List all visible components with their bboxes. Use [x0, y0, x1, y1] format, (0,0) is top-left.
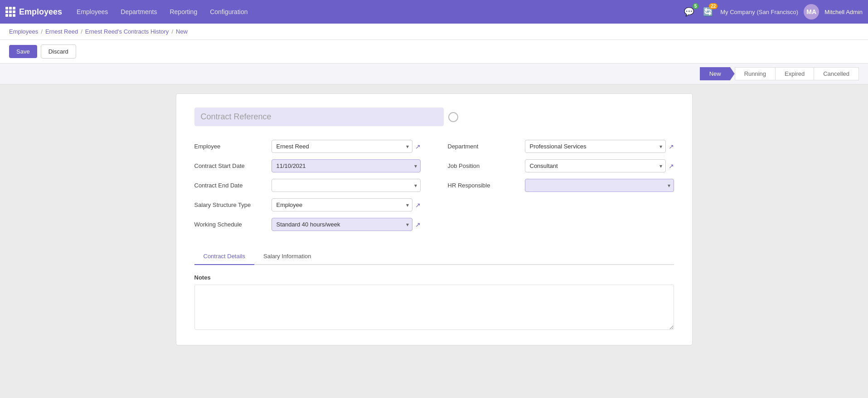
value-contract-start-date: 11/10/2021 — [272, 159, 421, 172]
value-employee: Ernest Reed ↗ — [272, 140, 421, 153]
value-job-position: Consultant ↗ — [525, 159, 674, 172]
activity-badge: 22 — [709, 3, 718, 9]
breadcrumb-sep-3: / — [171, 28, 173, 35]
topnav-menu: Employees Departments Reporting Configur… — [71, 5, 679, 18]
value-contract-end-date — [272, 179, 421, 192]
value-salary-structure-type: Employee ↗ — [272, 198, 421, 211]
tabs-bar: Contract Details Salary Information — [194, 248, 674, 265]
nav-departments[interactable]: Departments — [115, 5, 162, 18]
fields-left: Employee Ernest Reed ↗ Contract Start Da… — [194, 140, 421, 237]
value-department: Professional Services ↗ — [525, 140, 674, 153]
form-card: Employee Ernest Reed ↗ Contract Start Da… — [176, 93, 693, 345]
main-content: Employee Ernest Reed ↗ Contract Start Da… — [0, 84, 868, 398]
contract-reference-input[interactable] — [194, 108, 444, 126]
salary-structure-type-external-link-icon[interactable]: ↗ — [415, 201, 421, 209]
job-position-select-wrapper: Consultant — [525, 159, 666, 172]
fields-section: Employee Ernest Reed ↗ Contract Start Da… — [194, 140, 674, 237]
discard-button[interactable]: Discard — [41, 44, 76, 59]
value-working-schedule: Standard 40 hours/week ↗ — [272, 218, 421, 231]
department-external-link-icon[interactable]: ↗ — [669, 143, 674, 150]
salary-structure-type-select-wrapper: Employee — [272, 198, 412, 211]
label-salary-structure-type: Salary Structure Type — [194, 201, 267, 208]
employee-select[interactable]: Ernest Reed — [272, 140, 412, 153]
status-bar: New Running Expired Cancelled — [0, 64, 868, 84]
department-select-wrapper: Professional Services — [525, 140, 666, 153]
status-new[interactable]: New — [700, 67, 735, 80]
value-hr-responsible — [525, 179, 674, 192]
working-schedule-external-link-icon[interactable]: ↗ — [415, 221, 421, 228]
field-row-contract-end-date: Contract End Date — [194, 179, 421, 192]
field-row-hr-responsible: HR Responsible — [448, 179, 674, 192]
employee-external-link-icon[interactable]: ↗ — [415, 143, 421, 150]
nav-reporting[interactable]: Reporting — [164, 5, 203, 18]
contract-start-date-select-wrapper: 11/10/2021 — [272, 159, 421, 172]
chat-notification-button[interactable]: 💬 5 — [682, 5, 696, 19]
breadcrumb-ernest-reed[interactable]: Ernest Reed — [45, 28, 78, 35]
job-position-select[interactable]: Consultant — [525, 159, 666, 172]
label-employee: Employee — [194, 143, 267, 150]
breadcrumb-sep-1: / — [41, 28, 43, 35]
label-contract-start-date: Contract Start Date — [194, 162, 267, 169]
hr-responsible-select-wrapper — [525, 179, 674, 192]
field-row-department: Department Professional Services ↗ — [448, 140, 674, 153]
working-schedule-select[interactable]: Standard 40 hours/week — [272, 218, 412, 231]
status-expired[interactable]: Expired — [775, 67, 814, 80]
contract-ref-circle-btn[interactable] — [448, 112, 458, 122]
contract-reference-row — [194, 108, 674, 126]
contract-end-date-select-wrapper — [272, 179, 421, 192]
breadcrumb-contracts-history[interactable]: Ernest Reed's Contracts History — [85, 28, 169, 35]
topnav: Employees Employees Departments Reportin… — [0, 0, 868, 24]
save-button[interactable]: Save — [9, 45, 37, 58]
field-row-employee: Employee Ernest Reed ↗ — [194, 140, 421, 153]
label-department: Department — [448, 143, 520, 150]
notes-section: Notes — [194, 274, 674, 331]
breadcrumb-current: New — [176, 28, 188, 35]
notes-textarea[interactable] — [194, 285, 674, 330]
working-schedule-select-wrapper: Standard 40 hours/week — [272, 218, 412, 231]
chat-badge: 5 — [693, 3, 699, 9]
status-running[interactable]: Running — [735, 67, 775, 80]
toolbar: Save Discard — [0, 40, 868, 64]
app-title: Employees — [19, 7, 62, 17]
tab-salary-information[interactable]: Salary Information — [254, 248, 320, 265]
salary-structure-type-select[interactable]: Employee — [272, 198, 412, 211]
label-job-position: Job Position — [448, 162, 520, 169]
employee-select-wrapper: Ernest Reed — [272, 140, 412, 153]
tab-contract-details[interactable]: Contract Details — [194, 248, 254, 265]
nav-configuration[interactable]: Configuration — [204, 5, 253, 18]
activity-notification-button[interactable]: 🔄 22 — [701, 5, 715, 19]
avatar: MA — [804, 4, 819, 20]
breadcrumb-employees[interactable]: Employees — [9, 28, 38, 35]
contract-end-date-select[interactable] — [272, 179, 421, 192]
label-hr-responsible: HR Responsible — [448, 182, 520, 189]
field-row-contract-start-date: Contract Start Date 11/10/2021 — [194, 159, 421, 172]
job-position-external-link-icon[interactable]: ↗ — [669, 162, 674, 170]
notes-label: Notes — [194, 274, 674, 281]
label-contract-end-date: Contract End Date — [194, 182, 267, 189]
company-name: My Company (San Francisco) — [720, 9, 798, 15]
contract-start-date-select[interactable]: 11/10/2021 — [272, 159, 421, 172]
breadcrumb-sep-2: / — [81, 28, 82, 35]
field-row-salary-structure-type: Salary Structure Type Employee ↗ — [194, 198, 421, 211]
topnav-right: 💬 5 🔄 22 My Company (San Francisco) MA M… — [682, 4, 863, 20]
breadcrumb: Employees / Ernest Reed / Ernest Reed's … — [0, 24, 868, 40]
app-logo[interactable]: Employees — [5, 7, 62, 17]
grid-icon — [5, 7, 15, 17]
department-select[interactable]: Professional Services — [525, 140, 666, 153]
field-row-working-schedule: Working Schedule Standard 40 hours/week … — [194, 218, 421, 231]
label-working-schedule: Working Schedule — [194, 221, 267, 228]
hr-responsible-select[interactable] — [525, 179, 674, 192]
user-name: Mitchell Admin — [824, 9, 863, 15]
status-cancelled[interactable]: Cancelled — [814, 67, 859, 80]
field-row-job-position: Job Position Consultant ↗ — [448, 159, 674, 172]
nav-employees[interactable]: Employees — [71, 5, 113, 18]
fields-right: Department Professional Services ↗ Job P… — [448, 140, 674, 237]
